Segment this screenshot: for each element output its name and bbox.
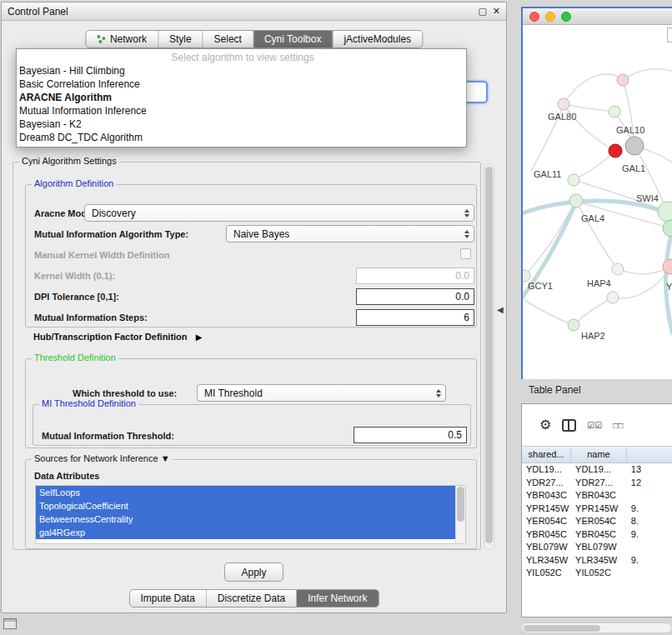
tab-discretize-data[interactable]: Discretize Data (207, 590, 297, 607)
table-cell: YLR345W (571, 554, 627, 568)
table-cell: YBR043C (522, 489, 571, 502)
table-cell: 9. (627, 502, 672, 516)
scrollbar-thumb[interactable] (524, 625, 600, 632)
tab-infer-network[interactable]: Infer Network (297, 590, 378, 607)
dropdown-item-dream8-dc-tdc-algorithm[interactable]: Dream8 DC_TDC Algorithm (17, 131, 466, 144)
table-cell: YPR145W (522, 502, 571, 516)
tab-label: Infer Network (308, 592, 367, 604)
hub-transcription-factor-expander[interactable]: Hub/Transcription Factor Definition ▶ (33, 332, 202, 342)
data-attributes-label: Data Attributes (34, 471, 99, 481)
network-node[interactable] (612, 263, 624, 275)
table-row[interactable]: YPR145WYPR145W9. (522, 502, 672, 516)
network-canvas[interactable]: GAL80GAL10GAL1GAL11SWI4GAL4GCY1HAP4YHAP2 (523, 25, 672, 379)
aracne-mode-select[interactable]: Discovery (84, 204, 474, 222)
dropdown-item-basic-correlation-inference[interactable]: Basic Correlation Inference (17, 78, 466, 91)
network-node-gal80[interactable] (558, 98, 569, 110)
mi-algorithm-type-select[interactable]: Naive Bayes (226, 225, 474, 242)
table-column-header[interactable]: shared... (522, 447, 571, 462)
attribute-item-gal4rgexp[interactable]: gal4RGexp (36, 526, 455, 539)
dropdown-item-bayesian-k2[interactable]: Bayesian - K2 (17, 118, 466, 131)
mi-threshold-field[interactable]: 0.5 (354, 427, 467, 443)
table-row[interactable]: YBL079WYBL079W (522, 541, 672, 554)
table-panel-title: Table Panel (529, 384, 581, 396)
network-node[interactable] (609, 106, 620, 118)
mi-steps-field[interactable]: 6 (356, 309, 474, 326)
scrollbar-thumb[interactable] (457, 487, 464, 522)
collapse-panel-icon[interactable]: ◀ (497, 305, 504, 314)
data-attributes-list[interactable]: SelfLoopsTopologicalCoefficientBetweenne… (35, 485, 466, 544)
attributes-scrollbar[interactable] (455, 486, 465, 543)
network-node-hap4[interactable] (607, 292, 619, 303)
dpi-tolerance-field[interactable]: 0.0 (356, 288, 474, 305)
attribute-item-selfloops[interactable]: SelfLoops (36, 486, 455, 499)
table-column-header[interactable]: name (571, 447, 627, 462)
close-traffic-light[interactable] (529, 12, 539, 22)
hub-label: Hub/Transcription Factor Definition (33, 332, 188, 342)
table-row[interactable]: YDR27...YDR27...12 (522, 477, 672, 490)
network-node-hap2[interactable] (568, 319, 579, 331)
kernel-width-field[interactable]: 0.0 (356, 268, 474, 284)
float-window-icon[interactable]: ▢ (478, 6, 486, 17)
table-cell: YBL079W (522, 541, 571, 554)
deselect-all-icon[interactable]: □□ (613, 421, 623, 430)
network-node[interactable] (658, 202, 672, 222)
tab-jactivemodules[interactable]: jActiveModules (333, 31, 422, 48)
table-cell: YBR045C (522, 528, 571, 542)
mi-threshold-definition-group: MI Threshold Definition Mutual Informati… (33, 404, 471, 446)
dropdown-item-aracne-algorithm[interactable]: ARACNE Algorithm (17, 91, 466, 104)
dropdown-item-bayesian-hill-climbing[interactable]: Bayesian - Hill Climbing (17, 64, 466, 78)
attribute-item-betweennesscentrality[interactable]: BetweennessCentrality (36, 512, 455, 526)
expand-right-icon: ▶ (196, 332, 203, 342)
table-cell: YDR27... (522, 477, 571, 490)
table-row[interactable]: YDL19...YDL19...13 (522, 463, 672, 477)
tab-impute-data[interactable]: Impute Data (129, 590, 206, 607)
network-node[interactable] (663, 220, 672, 237)
table-row[interactable]: YBR045CYBR045C9. (522, 528, 672, 542)
collapsed-panel-icon[interactable] (3, 618, 17, 629)
network-node[interactable] (568, 174, 579, 186)
network-view-window: GAL80GAL10GAL1GAL11SWI4GAL4GCY1HAP4YHAP2 (521, 7, 672, 379)
table-horizontal-scrollbar[interactable] (521, 622, 672, 633)
combo-arrows-icon (464, 205, 469, 221)
close-icon[interactable]: ✕ (493, 6, 500, 17)
dropdown-item-mutual-information-inference[interactable]: Mutual Information Inference (17, 104, 466, 118)
table-row[interactable]: YBR043CYBR043C (522, 489, 672, 502)
control-panel-tab-bar: NetworkStyleSelectCyni ToolboxjActiveMod… (85, 30, 423, 48)
network-node-gal10[interactable] (625, 137, 644, 155)
table-row[interactable]: YLR345WYLR345W9. (522, 554, 672, 568)
table-row[interactable]: YER054CYER054C8. (522, 515, 672, 528)
network-node-gal4[interactable] (569, 194, 583, 208)
minimize-traffic-light[interactable] (545, 12, 555, 22)
zoom-traffic-light[interactable] (561, 12, 571, 22)
which-threshold-select[interactable]: MI Threshold (197, 384, 446, 402)
node-label-hap4: HAP4 (587, 278, 611, 288)
control-panel-window: Control Panel ▢ ✕ NetworkStyleSelectCyni… (1, 2, 507, 613)
table-header: shared...name (522, 447, 672, 463)
control-panel-titlebar: Control Panel ▢ ✕ (2, 2, 506, 21)
threshold-definition-group: Threshold Definition Which threshold to … (25, 358, 477, 448)
sources-expander[interactable]: Sources for Network Inference ▼ (32, 453, 173, 463)
tab-network[interactable]: Network (86, 31, 158, 48)
network-node[interactable] (617, 74, 629, 86)
scrollbar-thumb[interactable] (485, 167, 493, 543)
node-label-gal11: GAL11 (534, 169, 561, 179)
table-cell: YBR045C (571, 528, 627, 542)
gear-icon[interactable]: ⚙ (539, 418, 551, 432)
node-label-gal10: GAL10 (616, 125, 644, 135)
network-node[interactable] (609, 144, 622, 158)
table-column-header[interactable] (627, 447, 672, 462)
select-all-icon[interactable]: ☑☑ (587, 421, 602, 430)
attribute-item-topologicalcoefficient[interactable]: TopologicalCoefficient (36, 499, 455, 512)
table-row[interactable]: YIL052CYIL052C (522, 567, 672, 580)
tab-cyni-toolbox[interactable]: Cyni Toolbox (253, 31, 333, 48)
mi-threshold-label: Mutual Information Threshold: (42, 431, 174, 441)
manual-kernel-checkbox[interactable] (460, 248, 471, 259)
apply-button[interactable]: Apply (224, 562, 283, 582)
columns-icon[interactable] (562, 419, 576, 432)
network-node-gcy1[interactable] (523, 270, 530, 282)
tab-style[interactable]: Style (158, 31, 203, 48)
tab-select[interactable]: Select (203, 31, 253, 48)
window-controls: ▢ ✕ (478, 6, 500, 17)
settings-scrollbar[interactable] (484, 163, 494, 550)
network-scrollbar[interactable] (667, 28, 672, 42)
